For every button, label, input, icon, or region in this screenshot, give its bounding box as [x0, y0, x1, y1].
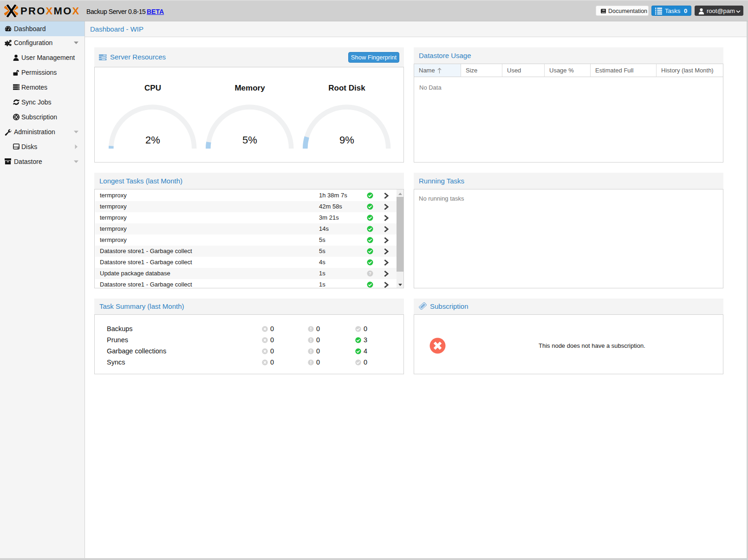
- svg-text:?: ?: [369, 271, 371, 276]
